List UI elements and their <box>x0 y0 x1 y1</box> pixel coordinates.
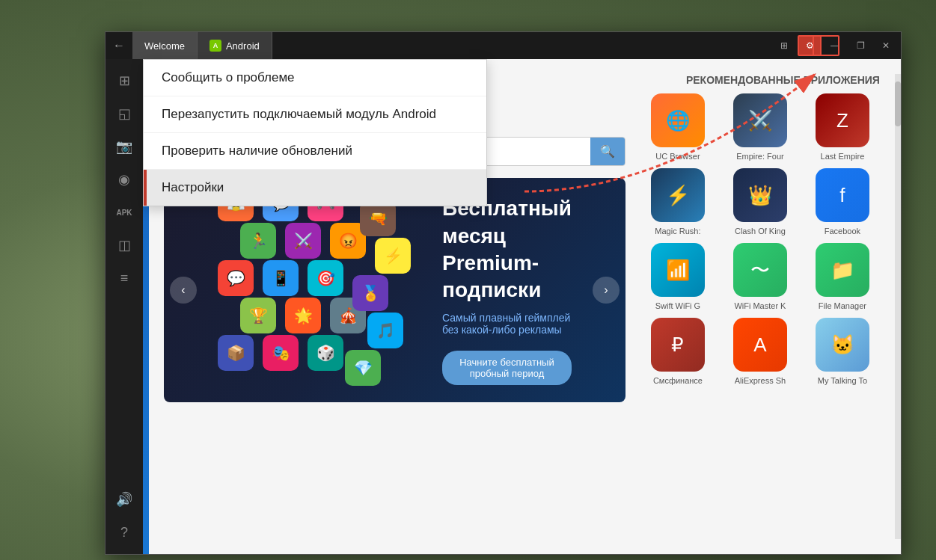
app-item-10[interactable]: AAliExpress Sh <box>723 318 798 385</box>
dropdown-item-settings[interactable]: Настройки <box>144 170 486 206</box>
floating-icon-17: ⚡ <box>375 238 411 274</box>
app-icon-8: 📁 <box>816 243 869 297</box>
app-name-5: Facebook <box>825 227 860 236</box>
sidebar-item-layers[interactable]: ◱ <box>110 99 138 128</box>
dropdown-menu: Сообщить о проблеме Перезапустить подклю… <box>143 59 487 206</box>
app-item-5[interactable]: fFacebook <box>805 168 880 236</box>
app-name-7: WiFi Master K <box>734 301 786 310</box>
banner-content: 😤 💬 🎮 🏃 ⚔️ 😡 💬 📱 🎯 🏆 🌟 <box>203 178 587 402</box>
dropdown-item-report[interactable]: Сообщить о проблеме <box>144 60 486 96</box>
apk-icon: APK <box>116 209 132 217</box>
title-bar: ← Welcome A Android ⊞ ⚙ — ❐ ✕ <box>105 32 901 59</box>
sidebar-item-apk[interactable]: APK <box>110 198 138 227</box>
tab-welcome[interactable]: Welcome <box>132 32 198 59</box>
app-icon-6: 📶 <box>651 243 705 297</box>
floating-icon-5: ⚔️ <box>285 223 321 259</box>
home-icon: ⊞ <box>119 73 130 89</box>
grid-button[interactable]: ⊞ <box>772 35 796 56</box>
sidebar-item-menu[interactable]: ≡ <box>110 264 138 292</box>
floating-icon-19: 🎵 <box>367 313 403 348</box>
dropdown-item-restart[interactable]: Перезапустить подключаемый модуль Androi… <box>144 96 486 133</box>
app-icon-5: f <box>816 168 869 222</box>
app-icon-9: ₽ <box>651 318 705 372</box>
banner-title: Бесплатный месяцPremium-подписки <box>442 195 572 304</box>
floating-icon-8: 📱 <box>263 260 299 296</box>
app-icon-7: 〜 <box>733 243 787 297</box>
app-name-8: File Manager <box>819 301 866 310</box>
app-icon-4: 👑 <box>733 168 787 222</box>
settings-button[interactable]: ⚙ <box>798 35 822 56</box>
floating-icon-10: 🏆 <box>240 298 276 333</box>
app-name-1: Empire: Four <box>736 152 784 161</box>
scrollbar[interactable] <box>895 74 901 539</box>
banner-text-area: Бесплатный месяцPremium-подписки Самый п… <box>427 180 587 400</box>
app-name-0: UC Browser <box>655 152 700 161</box>
app-item-6[interactable]: 📶Swift WiFi G <box>640 243 715 310</box>
floating-icon-11: 🌟 <box>285 298 321 333</box>
app-icon-1: ⚔️ <box>733 93 787 147</box>
floating-icon-14: 🎭 <box>263 335 299 371</box>
app-name-2: Last Empire <box>821 152 865 161</box>
menu-icon: ≡ <box>120 271 129 286</box>
app-name-11: My Talking To <box>818 376 867 385</box>
app-grid: 🌐UC Browser⚔️Empire: FourZLast Empire⚡Ma… <box>640 93 880 385</box>
app-item-11[interactable]: 🐱My Talking To <box>805 318 880 385</box>
floating-icon-20: 💎 <box>345 350 381 386</box>
app-name-10: AliExpress Sh <box>735 376 786 385</box>
android-icon: A <box>209 40 221 52</box>
app-item-3[interactable]: ⚡Magic Rush: <box>640 168 715 236</box>
app-icon-10: A <box>733 318 787 372</box>
app-item-2[interactable]: ZLast Empire <box>805 93 880 161</box>
floating-icon-13: 📦 <box>218 335 254 371</box>
emulator-window: ← Welcome A Android ⊞ ⚙ — ❐ ✕ Сообщить о… <box>105 31 902 555</box>
app-item-8[interactable]: 📁File Manager <box>805 243 880 310</box>
search-icon: 🔍 <box>600 144 615 159</box>
minimize-button[interactable]: — <box>823 35 847 56</box>
tab-android[interactable]: A Android <box>198 32 272 59</box>
sidebar-item-files[interactable]: ◫ <box>110 231 138 259</box>
help-icon: ? <box>120 525 128 541</box>
sidebar-item-camera[interactable]: 📷 <box>110 132 138 161</box>
right-panel: РЕКОМЕНДОВАННЫЕ ПРИЛОЖЕНИЯ 🌐UC Browser⚔️… <box>640 74 880 539</box>
floating-icon-18: 🏅 <box>352 275 388 311</box>
tab-android-label: Android <box>226 40 260 52</box>
app-item-0[interactable]: 🌐UC Browser <box>640 93 715 161</box>
app-item-4[interactable]: 👑Clash Of King <box>723 168 798 236</box>
floating-icon-15: 🎲 <box>308 335 343 371</box>
close-button[interactable]: ✕ <box>874 35 898 56</box>
search-button[interactable]: 🔍 <box>590 138 625 165</box>
app-name-4: Clash Of King <box>735 227 786 236</box>
promo-banner: ‹ 😤 💬 🎮 🏃 ⚔️ 😡 💬 📱 🎯 <box>164 178 625 402</box>
window-controls: ⊞ ⚙ — ❐ ✕ <box>772 35 901 56</box>
restore-button[interactable]: ❐ <box>848 35 872 56</box>
sidebar-item-volume[interactable]: 🔊 <box>110 485 138 514</box>
camera-icon: 📷 <box>116 138 132 155</box>
location-icon: ◉ <box>118 171 130 188</box>
app-item-7[interactable]: 〜WiFi Master K <box>723 243 798 310</box>
dropdown-item-updates[interactable]: Проверить наличие обновлений <box>144 133 486 170</box>
layers-icon: ◱ <box>118 105 131 122</box>
back-button[interactable]: ← <box>105 32 132 59</box>
app-name-6: Swift WiFi G <box>655 301 701 310</box>
app-icon-3: ⚡ <box>651 168 705 222</box>
files-icon: ◫ <box>118 237 131 253</box>
app-icon-2: Z <box>816 93 869 147</box>
sidebar-item-help[interactable]: ? <box>110 518 138 547</box>
sidebar-item-location[interactable]: ◉ <box>110 165 138 194</box>
tab-welcome-label: Welcome <box>144 40 185 52</box>
banner-prev-button[interactable]: ‹ <box>170 277 197 304</box>
banner-icons-area: 😤 💬 🎮 🏃 ⚔️ 😡 💬 📱 🎯 🏆 🌟 <box>203 178 427 402</box>
section-title: РЕКОМЕНДОВАННЫЕ ПРИЛОЖЕНИЯ <box>640 74 880 86</box>
scrollbar-thumb[interactable] <box>895 81 901 126</box>
app-icon-0: 🌐 <box>651 93 705 147</box>
app-icon-11: 🐱 <box>816 318 869 372</box>
floating-icon-4: 🏃 <box>240 223 276 259</box>
app-item-1[interactable]: ⚔️Empire: Four <box>723 93 798 161</box>
sidebar: ⊞ ◱ 📷 ◉ APK ◫ ≡ 🔊 <box>105 59 143 554</box>
banner-cta-button[interactable]: Начните бесплатный пробный период <box>442 351 572 385</box>
banner-subtitle: Самый плавный геймплей без какой-либо ре… <box>442 312 572 336</box>
banner-next-button[interactable]: › <box>593 277 620 304</box>
sidebar-item-home[interactable]: ⊞ <box>110 67 138 95</box>
floating-icon-9: 🎯 <box>308 260 343 296</box>
app-item-9[interactable]: ₽Смсфинансе <box>640 318 715 385</box>
